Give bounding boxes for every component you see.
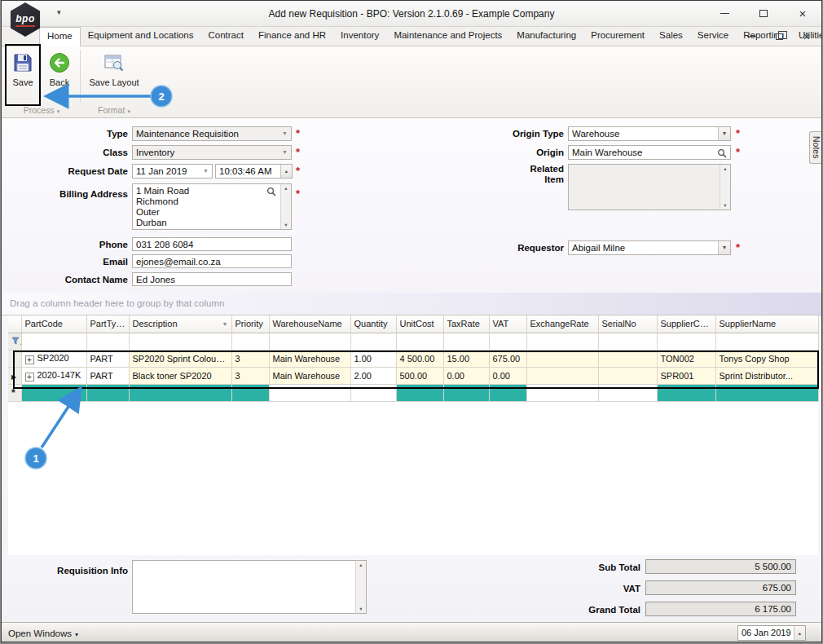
back-button[interactable]: Back <box>42 49 77 103</box>
request-time-spinner[interactable]: 10:03:46 AM ▴▾ <box>215 164 293 179</box>
new-cell-partcode[interactable] <box>21 384 86 401</box>
spinner-down-icon[interactable]: ▾ <box>794 640 805 641</box>
filter-cell-suppliername[interactable] <box>715 333 818 350</box>
related-item-box[interactable]: ▴ ▾ <box>568 164 731 210</box>
new-cell-parttype[interactable] <box>86 384 129 401</box>
cell-warehousename[interactable]: Main Warehouse <box>269 350 350 367</box>
cell-priority[interactable]: 3 <box>231 350 269 367</box>
scroll-up-icon[interactable]: ▴ <box>281 185 291 192</box>
scroll-up-icon[interactable]: ▴ <box>356 562 366 568</box>
new-cell-taxrate[interactable] <box>443 384 489 401</box>
search-icon[interactable] <box>717 148 727 158</box>
filter-cell-vat[interactable] <box>489 333 526 350</box>
spinner-up-icon[interactable]: ▴ <box>794 626 805 640</box>
cell-suppliername[interactable]: Tonys Copy Shop <box>715 350 818 367</box>
column-header-quantity[interactable]: Quantity <box>350 315 396 333</box>
group-by-panel[interactable]: Drag a column header here to group by th… <box>2 293 821 315</box>
ribbon-tab-contract[interactable]: Contract <box>200 27 250 46</box>
cell-description[interactable]: SP2020 Sprint Colour ... <box>129 350 231 367</box>
spinner-down-icon[interactable]: ▾ <box>281 178 292 179</box>
filter-cell-priority[interactable] <box>231 333 269 350</box>
phone-input[interactable]: 031 208 6084 <box>132 237 292 251</box>
cell-serialno[interactable] <box>598 350 657 367</box>
save-layout-button[interactable]: Save Layout <box>83 49 145 103</box>
request-date-picker[interactable]: 11 Jan 2019 ▾ <box>132 164 213 179</box>
new-cell-vat[interactable] <box>489 384 526 401</box>
new-cell-serialno[interactable] <box>598 384 657 401</box>
search-icon[interactable] <box>266 187 276 196</box>
requestor-select[interactable]: Abigail Milne ▾ <box>568 240 731 255</box>
new-cell-warehousename[interactable] <box>269 384 350 401</box>
mdi-minimize-button[interactable] <box>743 29 759 43</box>
cell-suppliername[interactable]: Sprint Distributor... <box>715 367 818 384</box>
cell-description[interactable]: Black toner SP2020 <box>129 367 231 384</box>
ribbon-tab-sales[interactable]: Sales <box>652 27 690 46</box>
new-cell-priority[interactable] <box>231 384 269 401</box>
filter-cell-warehousename[interactable] <box>269 333 350 350</box>
ribbon-tab-service[interactable]: Service <box>690 27 736 46</box>
filter-cell-unitcost[interactable] <box>396 333 443 350</box>
scroll-down-icon[interactable]: ▾ <box>281 222 291 228</box>
class-select[interactable]: Inventory ▾ <box>132 145 292 160</box>
scrollbar[interactable]: ▴ ▾ <box>720 165 730 210</box>
cell-parttype[interactable]: PART <box>86 367 129 384</box>
chevron-down-icon[interactable]: ▾ <box>718 127 730 140</box>
requisition-info-textarea[interactable]: ▴ ▾ <box>132 560 367 614</box>
cell-taxrate[interactable]: 15.00 <box>443 350 489 367</box>
spinner-up-icon[interactable]: ▴ <box>281 165 292 178</box>
cell-unitcost[interactable]: 4 500.00 <box>396 350 443 367</box>
cell-exchangerate[interactable] <box>526 367 598 384</box>
close-button[interactable]: × <box>790 5 815 21</box>
status-date-picker[interactable]: 06 Jan 2019 ▴▾ <box>737 625 806 641</box>
scroll-down-icon[interactable]: ▾ <box>356 606 366 612</box>
cell-vat[interactable]: 0.00 <box>489 367 526 384</box>
cell-quantity[interactable]: 2.00 <box>350 367 396 384</box>
ribbon-group-process[interactable]: Process▾ <box>5 104 78 117</box>
ribbon-tab-procurement[interactable]: Procurement <box>583 27 652 46</box>
ribbon-tab-equipment-and-locations[interactable]: Equipment and Locations <box>81 27 201 46</box>
ribbon-tab-maintenance-and-projects[interactable]: Maintenance and Projects <box>386 27 509 46</box>
scrollbar[interactable]: ▴ ▾ <box>280 184 291 229</box>
filter-cell-partcode[interactable] <box>21 333 86 350</box>
cell-exchangerate[interactable] <box>526 350 598 367</box>
chevron-down-icon[interactable]: ▾ <box>200 165 212 178</box>
cell-priority[interactable]: 3 <box>231 367 269 384</box>
expand-icon[interactable]: + <box>25 355 34 364</box>
cell-quantity[interactable]: 1.00 <box>350 350 396 367</box>
origin-type-select[interactable]: Warehouse ▾ <box>568 126 731 141</box>
mdi-restore-button[interactable] <box>771 29 787 43</box>
filter-cell-description[interactable] <box>129 333 231 350</box>
column-header-serialno[interactable]: SerialNo <box>598 315 657 333</box>
chevron-down-icon[interactable]: ▾ <box>279 146 291 159</box>
column-header-exchangerate[interactable]: ExchangeRate <box>526 315 598 333</box>
cell-suppliercode[interactable]: SPR001 <box>657 367 715 384</box>
cell-parttype[interactable]: PART <box>86 350 129 367</box>
new-cell-description[interactable] <box>129 384 231 401</box>
column-header-suppliername[interactable]: SupplierName <box>715 315 818 333</box>
column-header-warehousename[interactable]: WarehouseName <box>269 315 350 333</box>
ribbon-tab-inventory[interactable]: Inventory <box>333 27 386 46</box>
chevron-down-icon[interactable]: ▾ <box>279 127 291 140</box>
billing-address-textarea[interactable]: 1 Main Road Richmond Outer Durban ▴ ▾ <box>132 183 292 230</box>
new-cell-exchangerate[interactable] <box>526 384 598 401</box>
quick-access-caret-icon[interactable]: ▾ <box>57 8 61 16</box>
expand-icon[interactable]: + <box>25 373 34 382</box>
filter-cell-serialno[interactable] <box>598 333 657 350</box>
ribbon-tab-finance-and-hr[interactable]: Finance and HR <box>251 27 333 46</box>
scroll-down-icon[interactable]: ▾ <box>720 202 730 209</box>
column-header-vat[interactable]: VAT <box>489 315 526 333</box>
new-cell-unitcost[interactable] <box>396 384 443 401</box>
ribbon-tab-home[interactable]: Home <box>39 27 81 47</box>
filter-cell-quantity[interactable] <box>350 333 396 350</box>
open-windows-button[interactable]: Open Windows▾ <box>8 623 78 642</box>
mdi-close-button[interactable]: × <box>799 29 815 43</box>
column-header-description[interactable]: Description▼ <box>129 315 231 333</box>
new-cell-quantity[interactable] <box>350 384 396 401</box>
cell-vat[interactable]: 675.00 <box>489 350 526 367</box>
column-header-suppliercode[interactable]: SupplierCode <box>657 315 715 333</box>
column-header-partcode[interactable]: PartCode <box>21 315 86 333</box>
column-header-priority[interactable]: Priority <box>231 315 269 333</box>
type-select[interactable]: Maintenance Requisition ▾ <box>132 126 292 141</box>
minimize-button[interactable] <box>712 5 737 21</box>
ribbon-group-format[interactable]: Format▾ <box>81 104 147 117</box>
